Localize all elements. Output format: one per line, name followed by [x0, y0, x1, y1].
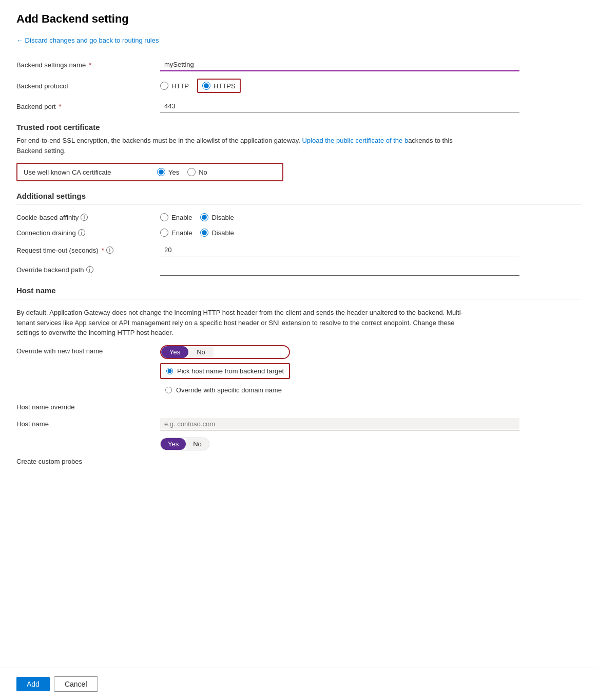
back-link[interactable]: ← Discard changes and go back to routing… — [16, 36, 159, 44]
cookie-affinity-disable-option[interactable]: Disable — [200, 213, 234, 221]
connection-draining-row: Connection draining i Enable Disable — [16, 229, 582, 237]
ca-cert-row: Use well known CA certificate Yes No — [16, 163, 283, 181]
bottom-toggle-yes[interactable]: Yes — [161, 438, 186, 450]
request-timeout-info-icon[interactable]: i — [106, 247, 113, 254]
trusted-root-cert-description: For end-to-end SSL encryption, the backe… — [16, 136, 478, 156]
backend-port-input[interactable] — [160, 100, 519, 112]
override-specific-domain-option[interactable]: Override with specific domain name — [160, 383, 290, 397]
additional-settings-divider — [16, 204, 582, 205]
cookie-affinity-enable-radio[interactable] — [160, 213, 168, 221]
override-toggle-no[interactable]: No — [188, 346, 214, 358]
request-timeout-label: Request time-out (seconds)* i — [16, 247, 160, 254]
override-new-host-row: Override with new host name Yes No Pick … — [16, 345, 582, 397]
override-toggle-yes[interactable]: Yes — [161, 346, 188, 358]
override-backend-path-info-icon[interactable]: i — [86, 266, 93, 273]
ca-cert-yes-radio[interactable] — [157, 168, 165, 176]
page-title: Add Backend setting — [16, 12, 582, 26]
bottom-toggle-row: Yes No — [16, 438, 582, 450]
upload-cert-link[interactable]: Upload the public certificate of the b — [302, 137, 408, 144]
request-timeout-row: Request time-out (seconds)* i — [16, 244, 582, 256]
create-custom-probes-label: Create custom probes — [16, 458, 160, 465]
backend-protocol-row: Backend protocol HTTP HTTPS — [16, 79, 582, 93]
host-name-title: Host name — [16, 286, 582, 295]
connection-draining-disable-option[interactable]: Disable — [200, 229, 234, 237]
override-specific-domain-radio[interactable] — [165, 387, 172, 393]
cookie-affinity-enable-option[interactable]: Enable — [160, 213, 192, 221]
backend-settings-name-label: Backend settings name* — [16, 61, 160, 69]
ca-cert-yes-option[interactable]: Yes — [157, 168, 179, 176]
override-toggle[interactable]: Yes No — [160, 345, 290, 359]
ca-cert-no-option[interactable]: No — [187, 168, 207, 176]
footer: Add Cancel — [0, 668, 598, 700]
backend-port-label: Backend port* — [16, 103, 160, 110]
protocol-http-radio[interactable] — [160, 82, 168, 90]
cookie-affinity-disable-radio[interactable] — [200, 213, 208, 221]
protocol-https-option[interactable]: HTTPS — [197, 79, 241, 93]
protocol-https-radio[interactable] — [202, 82, 210, 90]
backend-protocol-label: Backend protocol — [16, 82, 160, 90]
bottom-toggle-no[interactable]: No — [186, 438, 209, 450]
host-name-override-label: Host name override — [16, 403, 160, 411]
bottom-toggle[interactable]: Yes No — [160, 438, 209, 450]
trusted-root-cert-title: Trusted root certificate — [16, 123, 582, 131]
override-backend-path-label: Override backend path i — [16, 266, 160, 274]
connection-draining-options: Enable Disable — [160, 229, 234, 237]
add-button[interactable]: Add — [16, 677, 50, 691]
host-name-input[interactable] — [160, 418, 519, 430]
cookie-affinity-options: Enable Disable — [160, 213, 234, 221]
protocol-http-option[interactable]: HTTP — [160, 82, 189, 90]
ca-cert-no-radio[interactable] — [187, 168, 196, 176]
host-name-divider — [16, 299, 582, 299]
ca-cert-label: Use well known CA certificate — [24, 168, 157, 176]
override-controls: Yes No Pick host name from backend targe… — [160, 345, 290, 397]
additional-settings-title: Additional settings — [16, 192, 582, 200]
host-name-label: Host name — [16, 420, 160, 428]
connection-draining-enable-radio[interactable] — [160, 229, 168, 237]
backend-protocol-options: HTTP HTTPS — [160, 79, 241, 93]
connection-draining-label: Connection draining i — [16, 229, 160, 237]
ca-cert-options: Yes No — [157, 168, 207, 176]
override-backend-path-input[interactable] — [160, 263, 519, 276]
backend-settings-name-input[interactable] — [160, 59, 519, 71]
override-new-host-label: Override with new host name — [16, 345, 160, 355]
connection-draining-info-icon[interactable]: i — [78, 229, 85, 236]
host-name-row: Host name — [16, 418, 582, 430]
cancel-button[interactable]: Cancel — [54, 676, 98, 692]
connection-draining-enable-option[interactable]: Enable — [160, 229, 192, 237]
cookie-affinity-info-icon[interactable]: i — [81, 214, 88, 221]
create-custom-probes-row: Create custom probes — [16, 458, 582, 465]
override-backend-path-row: Override backend path i — [16, 263, 582, 276]
request-timeout-input[interactable] — [160, 244, 519, 256]
host-name-override-row: Host name override — [16, 403, 582, 411]
cookie-affinity-row: Cookie-based affinity i Enable Disable — [16, 213, 582, 221]
pick-host-from-backend-radio[interactable] — [166, 368, 173, 374]
connection-draining-disable-radio[interactable] — [200, 229, 208, 237]
backend-settings-name-row: Backend settings name* — [16, 59, 582, 71]
pick-host-from-backend-option[interactable]: Pick host name from backend target — [160, 363, 290, 379]
backend-port-row: Backend port* — [16, 100, 582, 112]
cookie-affinity-label: Cookie-based affinity i — [16, 214, 160, 221]
host-name-description: By default, Application Gateway does not… — [16, 308, 478, 338]
